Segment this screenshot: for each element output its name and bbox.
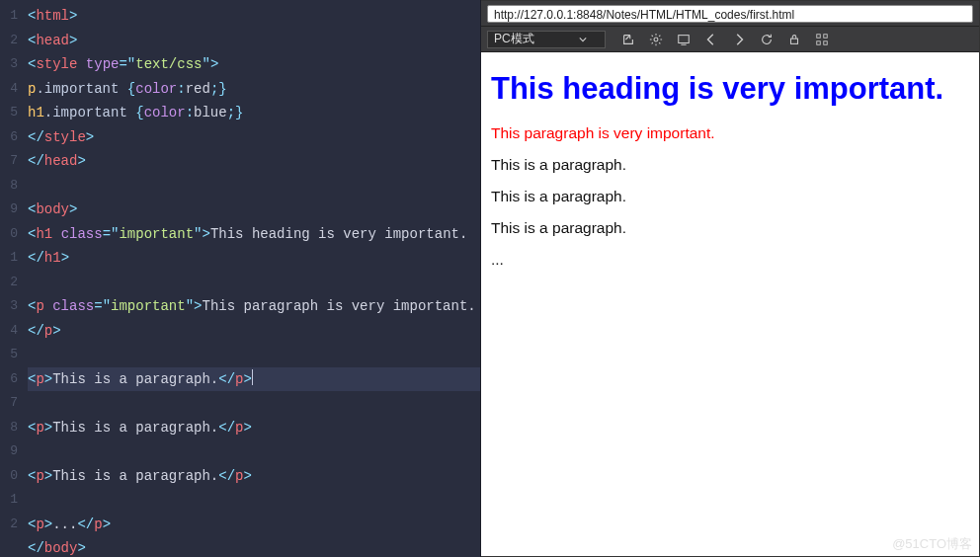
line-number-gutter: 1234567890123456789012 [0, 0, 22, 557]
refresh-icon[interactable] [760, 33, 774, 46]
line-number: 1 [0, 4, 22, 29]
code-line[interactable] [28, 439, 480, 464]
line-number: 1 [0, 488, 22, 513]
line-number: 2 [0, 29, 22, 53]
mode-select[interactable]: PC模式 [487, 31, 606, 48]
line-number: 8 [0, 174, 22, 199]
page-heading: This heading is very important. [491, 70, 969, 107]
code-line[interactable] [28, 488, 480, 513]
code-line[interactable]: <p class="important">This paragraph is v… [28, 294, 480, 343]
line-number: 6 [0, 125, 22, 150]
svg-rect-4 [824, 34, 828, 38]
qr-icon[interactable] [815, 33, 829, 46]
code-area[interactable]: <html><head><style type="text/css">p.imp… [22, 0, 480, 557]
code-line[interactable]: <p>This is a paragraph.</p> [28, 464, 480, 489]
toolbar-row: PC模式 [481, 27, 979, 52]
toolbar-icons [621, 33, 973, 46]
code-line[interactable] [28, 174, 480, 199]
code-line[interactable]: <body> [28, 198, 480, 222]
code-line[interactable] [28, 271, 480, 295]
code-line[interactable]: </head> [28, 149, 480, 174]
address-bar-row: http://127.0.0.1:8848/Notes/HTML/HTML_co… [481, 1, 979, 27]
chevron-down-icon [579, 36, 587, 43]
popout-icon[interactable] [621, 33, 635, 46]
line-number: 5 [0, 343, 22, 367]
code-line[interactable]: <p>This is a paragraph.</p> [28, 416, 480, 440]
paragraph: ... [491, 251, 969, 269]
paragraph: This is a paragraph. [491, 188, 969, 205]
important-paragraph: This paragraph is very important. [491, 124, 969, 142]
forward-icon[interactable] [732, 33, 746, 46]
mode-label: PC模式 [494, 31, 579, 47]
line-number: 3 [0, 52, 22, 77]
line-number: 1 [0, 246, 22, 271]
paragraph: This is a paragraph. [491, 156, 969, 174]
line-number: 8 [0, 416, 22, 440]
line-number: 3 [0, 294, 22, 319]
code-line[interactable]: </body> [28, 536, 480, 557]
code-line[interactable]: <p>...</p> [28, 513, 480, 537]
code-line[interactable]: <h1 class="important">This heading is ve… [28, 222, 480, 271]
line-number: 4 [0, 319, 22, 344]
line-number: 7 [0, 391, 22, 416]
svg-rect-1 [679, 35, 690, 42]
code-line[interactable]: <p>This is a paragraph.</p> [28, 367, 480, 392]
code-line[interactable]: </style> [28, 125, 480, 150]
line-number: 0 [0, 464, 22, 489]
address-bar[interactable]: http://127.0.0.1:8848/Notes/HTML/HTML_co… [487, 5, 973, 23]
gear-icon[interactable] [649, 33, 663, 46]
code-editor[interactable]: 1234567890123456789012 <html><head><styl… [0, 0, 481, 557]
code-line[interactable]: <html> [28, 4, 480, 29]
code-line[interactable] [28, 391, 480, 416]
line-number: 7 [0, 149, 22, 174]
line-number: 2 [0, 271, 22, 295]
svg-rect-6 [824, 40, 828, 44]
lock-icon[interactable] [787, 33, 801, 46]
back-icon[interactable] [704, 33, 718, 46]
browser-preview: http://127.0.0.1:8848/Notes/HTML/HTML_co… [481, 0, 980, 557]
rendered-page: This heading is very important. This par… [481, 52, 979, 556]
svg-rect-3 [817, 34, 821, 38]
svg-point-0 [654, 38, 658, 41]
line-number: 5 [0, 101, 22, 125]
code-line[interactable]: <head> [28, 29, 480, 53]
code-line[interactable]: p.important {color:red;} [28, 77, 480, 102]
svg-rect-2 [791, 39, 798, 43]
code-line[interactable] [28, 343, 480, 367]
code-line[interactable]: h1.important {color:blue;} [28, 101, 480, 125]
line-number: 9 [0, 198, 22, 222]
line-number: 6 [0, 367, 22, 392]
code-line[interactable]: <style type="text/css"> [28, 52, 480, 77]
line-number: 0 [0, 222, 22, 247]
device-icon[interactable] [677, 33, 691, 46]
line-number: 4 [0, 77, 22, 102]
svg-rect-5 [817, 40, 821, 44]
line-number: 2 [0, 513, 22, 537]
line-number: 9 [0, 439, 22, 464]
paragraph: This is a paragraph. [491, 219, 969, 237]
